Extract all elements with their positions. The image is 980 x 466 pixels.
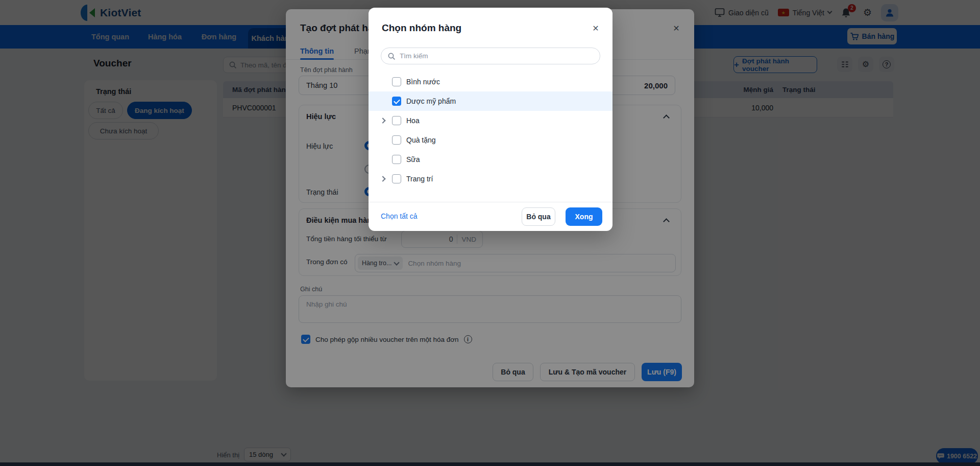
group-search-input[interactable]: [400, 52, 594, 60]
chevron-right-icon[interactable]: [380, 176, 385, 181]
checkbox-unchecked-icon[interactable]: [392, 116, 401, 125]
done-button[interactable]: Xong: [566, 207, 602, 226]
chevron-slot: [381, 177, 392, 181]
checkbox-unchecked-icon[interactable]: [392, 135, 401, 145]
group-label: Dược mỹ phẩm: [406, 97, 456, 105]
group-row-selected[interactable]: Dược mỹ phẩm: [369, 91, 612, 111]
group-label: Bình nước: [406, 78, 440, 86]
chevron-slot: [381, 119, 392, 123]
checkbox-unchecked-icon[interactable]: [392, 155, 401, 164]
select-all-link[interactable]: Chọn tất cả: [381, 212, 418, 220]
group-list: Bình nước Dược mỹ phẩm Hoa Quà tặng Sữa …: [369, 72, 612, 189]
group-modal-footer: Chọn tất cả Bỏ qua Xong: [369, 202, 612, 231]
chevron-right-icon[interactable]: [380, 118, 385, 123]
checkbox-checked-icon[interactable]: [392, 97, 401, 106]
checkbox-unchecked-icon[interactable]: [392, 174, 401, 183]
skip-button[interactable]: Bỏ qua: [522, 207, 555, 226]
group-search[interactable]: [381, 48, 600, 64]
group-modal-title: Chọn nhóm hàng: [382, 22, 461, 34]
group-row[interactable]: Quà tặng: [369, 130, 612, 150]
group-row[interactable]: Hoa: [369, 111, 612, 130]
group-label: Quà tặng: [406, 136, 436, 144]
close-icon[interactable]: ✕: [590, 22, 601, 34]
group-row[interactable]: Trang trí: [369, 169, 612, 189]
group-label: Trang trí: [406, 175, 433, 183]
search-icon: [387, 52, 396, 60]
group-row[interactable]: Bình nước: [369, 72, 612, 91]
group-label: Sữa: [406, 155, 420, 164]
group-row[interactable]: Sữa: [369, 150, 612, 169]
checkbox-unchecked-icon[interactable]: [392, 77, 401, 86]
choose-product-group-modal: Chọn nhóm hàng ✕ Bình nước Dược mỹ phẩm …: [369, 8, 612, 231]
group-label: Hoa: [406, 116, 420, 125]
